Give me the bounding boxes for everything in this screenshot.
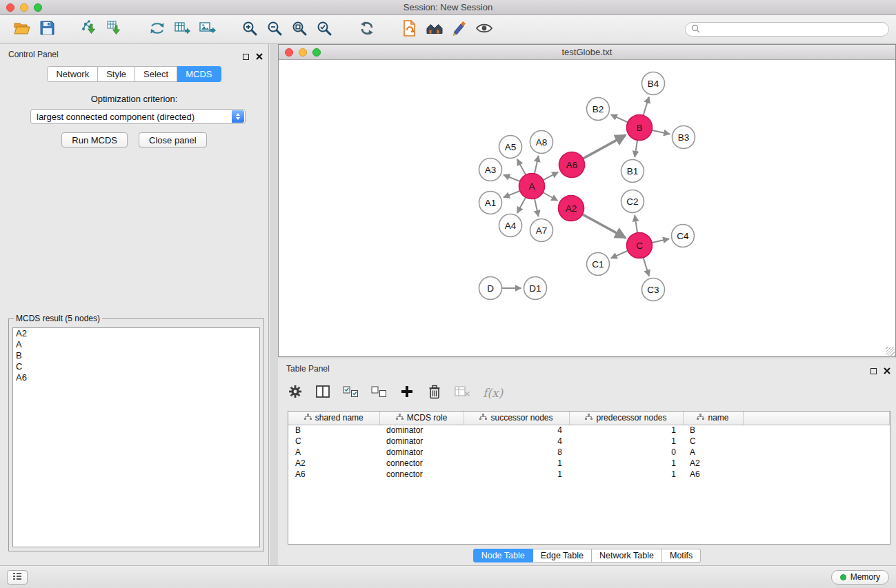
graph-node-A6[interactable]: A6 [559, 152, 585, 178]
table-row[interactable]: Bdominator41B [288, 425, 890, 436]
unselect-all-columns-button[interactable] [371, 384, 387, 402]
column-header-shared-name[interactable]: shared name [288, 412, 379, 425]
window-resize-grip[interactable] [886, 347, 895, 356]
table-cell[interactable]: connector [379, 469, 464, 480]
tab-motifs[interactable]: Motifs [662, 549, 701, 562]
table-cell[interactable]: A6 [288, 469, 379, 480]
table-cell[interactable]: C [288, 436, 379, 447]
graph-node-C[interactable]: C [627, 233, 653, 258]
table-settings-button[interactable] [288, 384, 303, 402]
delete-table-button[interactable] [455, 384, 470, 402]
delete-column-button[interactable] [427, 384, 442, 402]
network-window-titlebar[interactable]: testGlobe.txt [279, 45, 895, 60]
open-session-button[interactable] [10, 18, 34, 41]
graph-node-A[interactable]: A [519, 174, 545, 199]
graph-node-A1[interactable]: A1 [479, 192, 502, 214]
paintbrush-button[interactable] [447, 18, 472, 41]
node-table[interactable]: shared nameMCDS rolesuccessor nodesprede… [288, 411, 890, 545]
tab-edge-table[interactable]: Edge Table [533, 549, 592, 562]
mcds-result-list[interactable]: A2ABCA6 [12, 327, 260, 547]
close-table-panel-icon[interactable] [884, 365, 890, 377]
graph-node-A5[interactable]: A5 [499, 136, 522, 159]
tab-mcds[interactable]: MCDS [177, 66, 221, 82]
graph-node-D[interactable]: D [479, 277, 502, 300]
graph-node-A3[interactable]: A3 [479, 159, 502, 181]
float-panel-icon[interactable] [243, 54, 249, 60]
import-network-button[interactable] [77, 18, 102, 41]
mcds-result-item[interactable]: A2 [13, 328, 259, 339]
network-close-button[interactable] [285, 48, 293, 57]
first-neighbors-button[interactable] [422, 18, 447, 41]
show-details-button[interactable] [472, 18, 497, 41]
table-cell[interactable]: A2 [288, 458, 379, 469]
column-header-MCDS-role[interactable]: MCDS role [379, 412, 464, 425]
float-table-panel-icon[interactable] [870, 368, 877, 374]
table-cell[interactable]: 1 [569, 469, 683, 480]
show-columns-button[interactable] [315, 384, 330, 402]
graph-node-C2[interactable]: C2 [621, 190, 644, 213]
table-cell[interactable]: A6 [683, 469, 743, 480]
graph-node-C4[interactable]: C4 [672, 225, 695, 247]
mcds-result-item[interactable]: A [13, 339, 259, 350]
task-list-button[interactable] [7, 570, 28, 585]
table-cell[interactable]: 8 [464, 447, 569, 458]
mcds-result-item[interactable]: C [13, 361, 259, 372]
table-cell[interactable]: B [288, 425, 379, 436]
table-cell[interactable]: B [683, 425, 743, 436]
table-cell[interactable]: A [683, 447, 743, 458]
graph-node-B3[interactable]: B3 [673, 126, 695, 149]
column-header-name[interactable]: name [683, 412, 743, 425]
search-input[interactable] [703, 25, 883, 34]
maximize-window-button[interactable] [34, 3, 42, 12]
export-image-button[interactable] [195, 18, 219, 41]
close-window-button[interactable] [6, 3, 14, 12]
select-all-columns-button[interactable] [343, 384, 359, 402]
table-cell[interactable]: C [683, 436, 743, 447]
table-cell[interactable]: A2 [683, 458, 743, 469]
graph-node-B4[interactable]: B4 [642, 72, 665, 95]
table-cell[interactable]: 1 [569, 425, 683, 436]
close-panel-button[interactable]: Close panel [139, 132, 207, 148]
network-canvas[interactable]: B4B2BB3A5A8A6B1A3AA1C2A2A4A7C4CC1C3DD1 [279, 60, 895, 356]
network-minimize-button[interactable] [299, 48, 307, 57]
column-header-successor-nodes[interactable]: successor nodes [464, 412, 569, 425]
export-table-button[interactable] [170, 18, 195, 41]
mcds-result-item[interactable]: B [13, 350, 259, 361]
tab-style[interactable]: Style [98, 66, 135, 82]
zoom-selected-button[interactable] [312, 18, 337, 41]
import-table-button[interactable] [102, 18, 127, 41]
search-field[interactable] [685, 22, 889, 37]
table-cell[interactable]: 0 [569, 447, 683, 458]
table-row[interactable]: A6connector11A6 [288, 469, 890, 480]
table-cell[interactable]: 4 [464, 425, 569, 436]
network-maximize-button[interactable] [312, 48, 321, 57]
table-row[interactable]: A2connector11A2 [288, 458, 890, 469]
close-panel-icon[interactable] [256, 50, 263, 63]
minimize-window-button[interactable] [20, 3, 28, 12]
tab-node-table[interactable]: Node Table [473, 549, 533, 562]
run-mcds-button[interactable]: Run MCDS [61, 132, 128, 148]
table-cell[interactable]: 1 [569, 458, 683, 469]
save-session-button[interactable] [34, 18, 59, 41]
function-builder-button[interactable]: f(x) [483, 384, 503, 402]
table-cell[interactable]: 1 [464, 469, 569, 480]
graph-node-D1[interactable]: D1 [524, 277, 547, 300]
create-column-button[interactable] [399, 384, 415, 402]
table-cell[interactable]: dominator [379, 447, 464, 458]
graph-node-A8[interactable]: A8 [530, 131, 553, 154]
refresh-button[interactable] [355, 18, 379, 41]
graph-node-B2[interactable]: B2 [587, 98, 610, 121]
table-cell[interactable]: dominator [379, 425, 464, 436]
table-cell[interactable]: 4 [464, 436, 569, 447]
mcds-result-item[interactable]: A6 [13, 372, 259, 383]
table-cell[interactable]: 1 [569, 436, 683, 447]
graph-node-A2[interactable]: A2 [559, 196, 584, 221]
graph-node-B[interactable]: B [627, 115, 653, 141]
graph-node-B1[interactable]: B1 [621, 160, 644, 183]
table-cell[interactable]: A [288, 447, 379, 458]
table-cell[interactable]: dominator [379, 436, 464, 447]
tab-network[interactable]: Network [47, 66, 98, 82]
zoom-fit-button[interactable] [287, 18, 312, 41]
table-row[interactable]: Adominator80A [288, 447, 890, 458]
zoom-in-button[interactable] [237, 18, 262, 41]
